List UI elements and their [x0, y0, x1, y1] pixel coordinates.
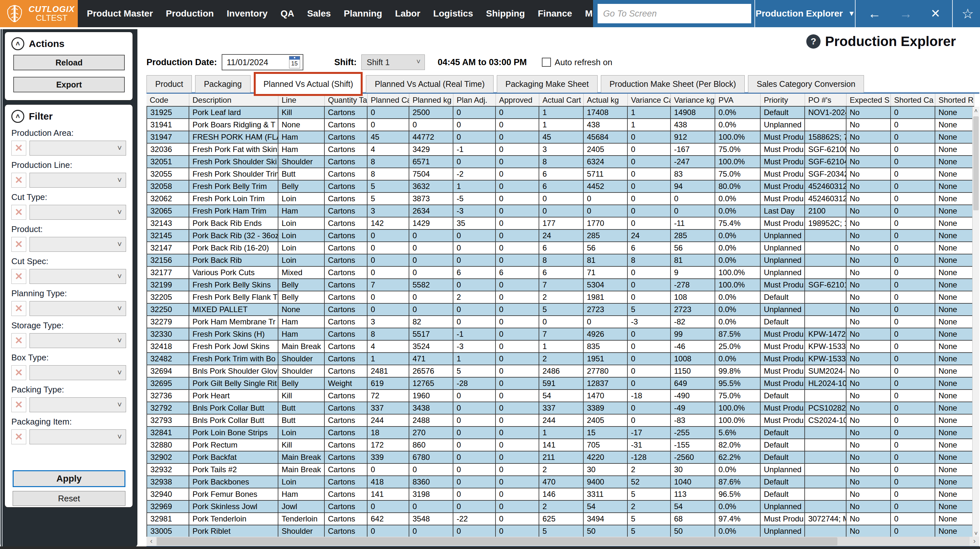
filter-dropdown[interactable]: ˅: [30, 430, 126, 444]
menu-item-labor[interactable]: Labor: [395, 8, 420, 19]
table-row[interactable]: 32932Pork Tails #2Main BreakCartons00002…: [146, 464, 974, 476]
collapse-filter-icon[interactable]: ˄: [11, 110, 24, 123]
collapse-actions-icon[interactable]: ˄: [11, 37, 24, 50]
menu-item-finance[interactable]: Finance: [538, 8, 572, 19]
table-row[interactable]: 32062Fresh Pork Loin TrimLoinCartons5387…: [146, 193, 974, 205]
vertical-scroll-thumb[interactable]: [973, 116, 979, 210]
table-row[interactable]: 32793Bnls Pork Collar ButtButtCartons244…: [146, 414, 974, 427]
table-row[interactable]: 31947FRESH PORK HAM (FLAIHamCartons45447…: [146, 131, 974, 143]
table-row[interactable]: 33005Pork RibletShoulderCartons000055055…: [146, 525, 974, 538]
table-row[interactable]: 32065Fresh Pork Ham TrimHamCartons32634-…: [146, 205, 974, 218]
filter-dropdown[interactable]: ˅: [30, 333, 126, 348]
filter-dropdown[interactable]: ˅: [30, 269, 126, 284]
clear-filter-icon[interactable]: ✕: [11, 301, 26, 316]
filter-dropdown[interactable]: ˅: [30, 141, 126, 156]
calendar-icon[interactable]: 15: [289, 56, 300, 68]
table-row[interactable]: 32147Pork Back Rib (16-20)LoinCartons000…: [146, 242, 974, 255]
column-header-po-s[interactable]: PO #'s: [805, 94, 846, 106]
clear-filter-icon[interactable]: ✕: [11, 397, 26, 412]
column-header-code[interactable]: Code: [146, 94, 189, 106]
table-row[interactable]: 32792Bnls Pork Collar ButtButtCartons337…: [146, 402, 974, 414]
splitter-line[interactable]: [0, 29, 1, 547]
tab-production-make-sheet-per-block[interactable]: Production Make Sheet (Per Block): [601, 75, 745, 93]
clear-filter-icon[interactable]: ✕: [11, 333, 26, 348]
menu-item-planning[interactable]: Planning: [344, 8, 382, 19]
table-row[interactable]: 32694Bnls Pork Shoulder GlovShoulderCart…: [146, 365, 974, 377]
production-date-input[interactable]: 11/01/2024 15: [222, 54, 303, 70]
table-row[interactable]: 32902Pork BackfatMain BreakCartons339678…: [146, 452, 974, 464]
tab-sales-category-conversion[interactable]: Sales Category Conversion: [748, 75, 864, 93]
app-logo[interactable]: CUTLOGIX CLTEST: [0, 0, 78, 27]
table-row[interactable]: 32205Fresh Pork Belly Flank TrBellyCarto…: [146, 291, 974, 304]
column-header-pva[interactable]: PVA: [715, 94, 760, 106]
column-header-priority[interactable]: Priority: [760, 94, 805, 106]
table-row[interactable]: 32736Pork HeartKillCartons72196000541470…: [146, 390, 974, 402]
back-arrow-icon[interactable]: ←: [868, 7, 881, 20]
table-row[interactable]: 32969Pork Skinless JowlJowlCartons000025…: [146, 501, 974, 513]
column-header-expected-s[interactable]: Expected S: [846, 94, 891, 106]
screen-selector-dropdown[interactable]: Production Explorer ▼: [758, 0, 852, 27]
filter-dropdown[interactable]: ˅: [30, 397, 126, 412]
filter-dropdown[interactable]: ˅: [30, 173, 126, 188]
table-row[interactable]: 32482Fresh Pork Trim with BoShoulderCart…: [146, 353, 974, 365]
forward-arrow-icon[interactable]: →: [899, 7, 912, 20]
tab-planned-vs-actual-shift[interactable]: Planned Vs Actual (Shift): [254, 72, 363, 96]
auto-refresh-checkbox[interactable]: [542, 58, 551, 67]
clear-filter-icon[interactable]: ✕: [11, 237, 26, 252]
scroll-right-icon[interactable]: ›: [970, 537, 979, 546]
table-row[interactable]: 32055Fresh Pork Shoulder TrinButtCartons…: [146, 168, 974, 180]
column-header-planned-ca[interactable]: Planned Ca: [368, 94, 409, 106]
menu-item-qa[interactable]: QA: [281, 8, 294, 19]
splitter-line[interactable]: [2, 29, 3, 547]
menu-item-production[interactable]: Production: [166, 8, 214, 19]
table-row[interactable]: 32418Fresh Pork Jowl SkinsMain BreakCart…: [146, 341, 974, 353]
go-to-screen-input[interactable]: [598, 4, 751, 23]
filter-dropdown[interactable]: ˅: [30, 301, 126, 316]
filter-dropdown[interactable]: ˅: [30, 237, 126, 252]
column-header-plan-adj[interactable]: Plan Adj.: [453, 94, 496, 106]
column-header-planned-kg[interactable]: Planned kg: [409, 94, 453, 106]
table-row[interactable]: 32330Fresh Pork Skins (H)HamCartons85517…: [146, 328, 974, 341]
clear-filter-icon[interactable]: ✕: [11, 205, 26, 220]
clear-filter-icon[interactable]: ✕: [11, 173, 26, 188]
reload-button[interactable]: Reload: [13, 55, 125, 70]
horizontal-scrollbar[interactable]: ‹ ›: [146, 537, 979, 546]
table-row[interactable]: 32058Fresh Pork Belly TrimBellyCartons53…: [146, 180, 974, 193]
scroll-left-icon[interactable]: ‹: [146, 537, 156, 546]
clear-filter-icon[interactable]: ✕: [11, 365, 26, 380]
table-row[interactable]: 32880Pork RectumKillCartons1728600014170…: [146, 439, 974, 452]
export-button[interactable]: Export: [13, 77, 125, 92]
table-row[interactable]: 32940Pork Femur BonesHamCartons141319800…: [146, 489, 974, 501]
tab-product[interactable]: Product: [146, 75, 192, 93]
help-icon[interactable]: ?: [806, 34, 821, 49]
clear-filter-icon[interactable]: ✕: [11, 141, 26, 156]
scroll-up-icon[interactable]: ˄: [972, 107, 979, 115]
column-header-shorted-re[interactable]: Shorted Re: [935, 94, 974, 106]
favorite-star-icon[interactable]: ☆: [955, 0, 980, 27]
table-row[interactable]: 32143Pork Back Rib EndsLoinCartons142142…: [146, 218, 974, 230]
table-row[interactable]: 32036Fresh Pork Fat with SkinHamCartons4…: [146, 143, 974, 156]
menu-item-sales[interactable]: Sales: [307, 8, 331, 19]
table-row[interactable]: 32250MIXED PALLETNoneCartons000052723527…: [146, 304, 974, 316]
table-row[interactable]: 32279Pork Ham Membrane TrHamCartons38200…: [146, 316, 974, 328]
table-row[interactable]: 31925Pork Leaf lardKillCartons0250000117…: [146, 107, 974, 119]
table-row[interactable]: 32938Pork BackbonesLoinCartons4188360004…: [146, 476, 974, 489]
table-row[interactable]: 32199Fresh Pork Belly SkinsBellyCartons7…: [146, 279, 974, 291]
table-row[interactable]: 32051Fresh Pork Shoulder SkiShoulderCart…: [146, 156, 974, 168]
menu-item-logistics[interactable]: Logistics: [433, 8, 473, 19]
menu-item-shipping[interactable]: Shipping: [486, 8, 525, 19]
table-row[interactable]: 32981Pork TenderloinTenderloinCartons642…: [146, 513, 974, 525]
filter-dropdown[interactable]: ˅: [30, 205, 126, 220]
menu-item-inventory[interactable]: Inventory: [227, 8, 268, 19]
column-header-variance-ca[interactable]: Variance Ca: [628, 94, 671, 106]
reset-button[interactable]: Reset: [13, 491, 126, 506]
column-header-variance-kg[interactable]: Variance kg: [671, 94, 715, 106]
column-header-actual-cart[interactable]: Actual Cart: [539, 94, 584, 106]
table-row[interactable]: 32841Pork Loin Bone StripsLoinCartons182…: [146, 427, 974, 439]
clear-filter-icon[interactable]: ✕: [11, 430, 26, 444]
clear-filter-icon[interactable]: ✕: [11, 269, 26, 284]
table-row[interactable]: 31941Pork Boars Ridgling & TNoneCartons0…: [146, 119, 974, 131]
table-row[interactable]: 32145Pork Back Rib (32 - 36ozLoinCartons…: [146, 230, 974, 242]
tab-packaging-make-sheet[interactable]: Packaging Make Sheet: [497, 75, 598, 93]
column-header-shorted-ca[interactable]: Shorted Ca: [891, 94, 935, 106]
